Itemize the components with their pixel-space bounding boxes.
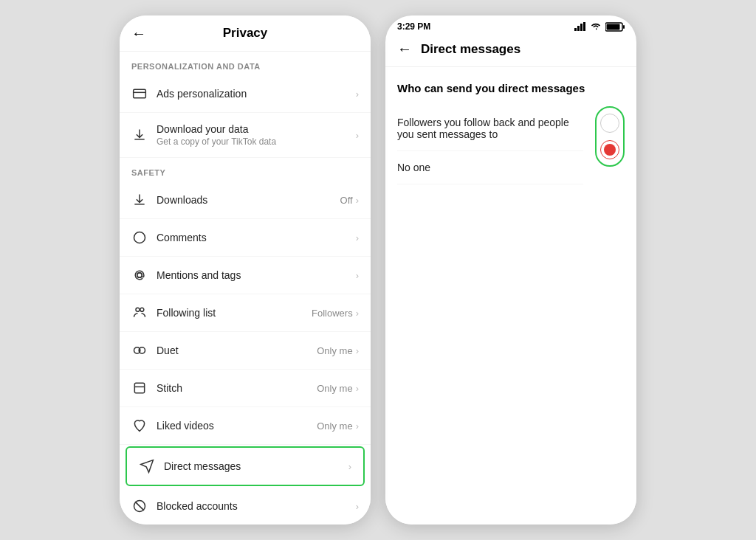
privacy-header: ← Privacy <box>120 15 371 52</box>
mentions-text: Mentions and tags <box>157 269 356 281</box>
safety-section-label: SAFETY <box>120 158 371 181</box>
stitch-value: Only me <box>317 383 352 394</box>
stitch-menu-item[interactable]: Stitch Only me › <box>120 370 371 407</box>
personalization-section-label: PERSONALIZATION AND DATA <box>120 52 371 75</box>
svg-rect-18 <box>607 24 620 30</box>
dm-text: Direct messages <box>164 460 348 472</box>
blocked-menu-item[interactable]: Blocked accounts › <box>120 488 371 525</box>
radio-group <box>595 106 625 167</box>
mentions-chevron: › <box>356 270 359 281</box>
duet-text: Duet <box>157 345 317 356</box>
download-data-chevron: › <box>356 130 359 141</box>
duet-icon <box>131 342 148 359</box>
following-icon <box>131 305 148 321</box>
dm-content: Who can send you direct messages Followe… <box>385 67 636 525</box>
dm-back-button[interactable]: ← <box>397 41 412 58</box>
liked-label: Liked videos <box>157 420 317 432</box>
liked-value: Only me <box>317 420 352 432</box>
duet-chevron: › <box>356 345 359 356</box>
comments-text: Comments <box>157 232 356 243</box>
privacy-title: Privacy <box>223 26 268 41</box>
dm-option-followers-text: Followers you follow back and people you… <box>397 117 583 140</box>
dm-chevron: › <box>348 461 351 472</box>
stitch-icon <box>131 380 148 396</box>
downloads-label: Downloads <box>157 194 340 206</box>
download-data-text: Download your data Get a copy of your Ti… <box>157 123 356 147</box>
downloads-menu-item[interactable]: Downloads Off › <box>120 181 371 219</box>
dm-statusbar: 3:29 PM <box>385 15 636 35</box>
dm-header: ← Direct messages <box>385 35 636 67</box>
svg-rect-14 <box>577 26 580 31</box>
dm-option-noone-text: No one <box>397 162 583 173</box>
following-value: Followers <box>312 308 353 319</box>
liked-chevron: › <box>356 420 359 432</box>
ads-icon <box>131 86 148 102</box>
download-data-icon <box>131 127 148 143</box>
svg-rect-19 <box>623 25 625 29</box>
dm-option-followers[interactable]: Followers you follow back and people you… <box>397 106 583 151</box>
ads-label: Ads personalization <box>157 88 356 100</box>
svg-rect-8 <box>134 383 144 392</box>
duet-menu-item[interactable]: Duet Only me › <box>120 332 371 370</box>
blocked-icon <box>131 498 148 514</box>
privacy-content: PERSONALIZATION AND DATA Ads personaliza… <box>120 52 371 525</box>
privacy-back-button[interactable]: ← <box>131 25 146 42</box>
dm-label: Direct messages <box>164 460 348 472</box>
duet-value: Only me <box>317 345 352 356</box>
comments-label: Comments <box>157 232 356 243</box>
following-label: Following list <box>157 307 312 319</box>
downloads-icon <box>131 192 148 208</box>
status-time: 3:29 PM <box>397 21 430 32</box>
blocked-label: Blocked accounts <box>157 500 356 512</box>
comments-chevron: › <box>356 232 359 243</box>
svg-point-4 <box>136 308 140 311</box>
following-menu-item[interactable]: Following list Followers › <box>120 294 371 332</box>
status-icons <box>574 22 625 32</box>
following-text: Following list <box>157 307 312 319</box>
dm-option-noone[interactable]: No one <box>397 151 583 184</box>
download-data-sublabel: Get a copy of your TikTok data <box>157 136 356 147</box>
downloads-chevron: › <box>356 195 359 206</box>
dm-icon <box>139 458 155 474</box>
dm-options-container: Followers you follow back and people you… <box>397 106 625 184</box>
blocked-chevron: › <box>356 501 359 512</box>
wifi-icon <box>590 22 602 31</box>
following-chevron: › <box>356 308 359 319</box>
ads-text: Ads personalization <box>157 88 356 100</box>
dm-menu-item[interactable]: Direct messages › <box>126 446 365 486</box>
svg-rect-15 <box>580 24 583 31</box>
svg-point-5 <box>140 308 144 311</box>
svg-marker-9 <box>141 460 154 473</box>
liked-icon <box>131 418 148 434</box>
stitch-text: Stitch <box>157 382 317 394</box>
dm-phone: 3:29 PM ← Direct messages Who ca <box>385 15 636 525</box>
svg-rect-0 <box>134 89 146 98</box>
svg-line-11 <box>135 502 144 510</box>
privacy-phone: ← Privacy PERSONALIZATION AND DATA Ads p… <box>120 15 371 525</box>
radio-noone[interactable] <box>600 140 619 159</box>
mentions-label: Mentions and tags <box>157 269 356 281</box>
mentions-menu-item[interactable]: Mentions and tags › <box>120 257 371 294</box>
liked-text: Liked videos <box>157 420 317 432</box>
dm-title: Direct messages <box>421 42 520 57</box>
svg-rect-16 <box>583 22 585 31</box>
ads-chevron: › <box>356 89 359 100</box>
stitch-chevron: › <box>356 383 359 394</box>
dm-section-title: Who can send you direct messages <box>397 82 625 94</box>
ads-menu-item[interactable]: Ads personalization › <box>120 75 371 113</box>
signal-icon <box>574 22 586 31</box>
duet-label: Duet <box>157 345 317 356</box>
battery-icon <box>605 22 625 32</box>
stitch-label: Stitch <box>157 382 317 394</box>
blocked-text: Blocked accounts <box>157 500 356 512</box>
comments-menu-item[interactable]: Comments › <box>120 219 371 257</box>
mentions-icon <box>131 267 148 283</box>
comments-icon <box>131 229 148 246</box>
download-data-menu-item[interactable]: Download your data Get a copy of your Ti… <box>120 113 371 158</box>
downloads-text: Downloads <box>157 194 340 206</box>
liked-menu-item[interactable]: Liked videos Only me › <box>120 407 371 445</box>
download-data-label: Download your data <box>157 123 356 135</box>
downloads-value: Off <box>340 195 353 206</box>
dm-options-list: Followers you follow back and people you… <box>397 106 583 184</box>
radio-followers[interactable] <box>600 114 619 133</box>
